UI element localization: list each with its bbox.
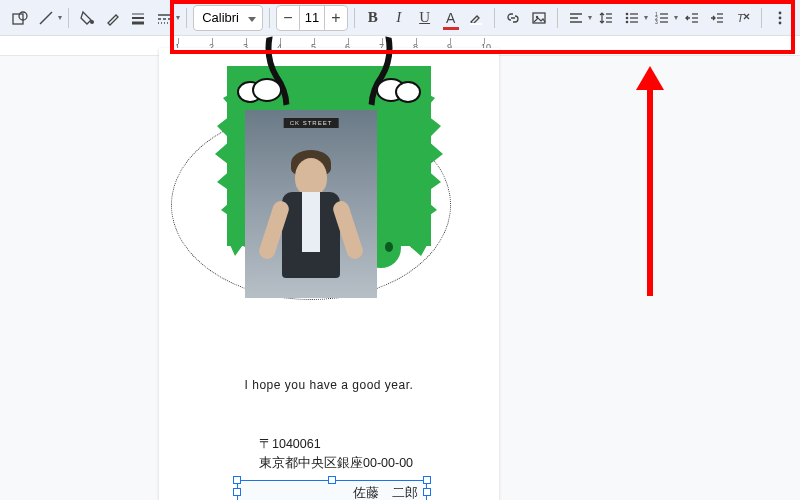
resize-handle[interactable]: [328, 476, 336, 484]
more-options-button[interactable]: [768, 4, 792, 32]
greeting-caption[interactable]: I hope you have a good year.: [159, 378, 499, 392]
line-spacing-button[interactable]: [594, 4, 618, 32]
numbered-list-button[interactable]: 123: [650, 4, 674, 32]
svg-point-21: [625, 20, 628, 23]
separator: [557, 8, 558, 28]
chevron-down-icon: ▾: [176, 13, 180, 22]
svg-text:3: 3: [655, 19, 658, 25]
document-page[interactable]: CK STREET I hope you have a good year. 〒…: [159, 48, 499, 500]
bulleted-list-button[interactable]: [620, 4, 644, 32]
chevron-down-icon: ▾: [674, 13, 678, 22]
font-size-value[interactable]: 11: [299, 6, 325, 30]
svg-point-20: [625, 16, 628, 19]
resize-handle[interactable]: [233, 488, 241, 496]
insert-link-button[interactable]: [501, 4, 525, 32]
document-canvas[interactable]: CK STREET I hope you have a good year. 〒…: [0, 56, 800, 500]
increase-font-button[interactable]: +: [325, 6, 347, 30]
svg-text:T: T: [737, 12, 745, 24]
svg-point-46: [396, 82, 420, 102]
svg-point-44: [253, 79, 281, 101]
svg-point-42: [779, 21, 782, 24]
clear-formatting-button[interactable]: T: [731, 4, 755, 32]
border-color-button[interactable]: [101, 4, 125, 32]
font-family-value: Calibri: [202, 10, 239, 25]
decrease-indent-button[interactable]: [680, 4, 704, 32]
separator: [494, 8, 495, 28]
chevron-down-icon: ▾: [58, 13, 62, 22]
italic-button[interactable]: I: [387, 4, 411, 32]
insert-shape-button[interactable]: [8, 4, 32, 32]
align-button[interactable]: [564, 4, 588, 32]
photo-placeholder[interactable]: CK STREET: [245, 110, 377, 298]
name-text[interactable]: 佐藤 二郎: [353, 484, 418, 500]
decrease-font-button[interactable]: −: [277, 6, 299, 30]
resize-handle[interactable]: [423, 476, 431, 484]
postal-code-text[interactable]: 〒1040061: [259, 435, 413, 454]
resize-handle[interactable]: [233, 476, 241, 484]
svg-point-40: [779, 11, 782, 14]
address-text[interactable]: 東京都中央区銀座00-00-00: [259, 454, 413, 473]
line-dash-button[interactable]: [152, 4, 176, 32]
bold-button[interactable]: B: [361, 4, 385, 32]
separator: [269, 8, 270, 28]
svg-point-3: [90, 20, 94, 24]
increase-indent-button[interactable]: [705, 4, 729, 32]
svg-point-41: [779, 16, 782, 19]
photo-sign-text: CK STREET: [284, 118, 339, 128]
separator: [354, 8, 355, 28]
insert-line-button[interactable]: [34, 4, 58, 32]
svg-point-19: [625, 12, 628, 15]
cloud-right-icon: [373, 74, 423, 104]
separator: [68, 8, 69, 28]
chevron-down-icon: ▾: [588, 13, 592, 22]
font-size-control: − 11 +: [276, 5, 348, 31]
formatting-toolbar: ▾ ▾ Calibri − 11 + B I U A ▾ ▾ 123 ▾ T: [0, 0, 800, 36]
svg-line-2: [40, 12, 52, 24]
insert-image-button[interactable]: [527, 4, 551, 32]
highlight-button[interactable]: [465, 4, 489, 32]
underline-button[interactable]: U: [413, 4, 437, 32]
font-color-button[interactable]: A: [439, 4, 463, 32]
svg-rect-10: [470, 23, 482, 25]
separator: [761, 8, 762, 28]
selected-textbox[interactable]: 佐藤 二郎: [237, 480, 427, 500]
cloud-left-icon: [235, 74, 285, 104]
address-block[interactable]: 〒1040061 東京都中央区銀座00-00-00: [259, 435, 413, 474]
line-weight-button[interactable]: [126, 4, 150, 32]
chevron-down-icon: ▾: [644, 13, 648, 22]
resize-handle[interactable]: [423, 488, 431, 496]
font-family-select[interactable]: Calibri: [193, 5, 263, 31]
separator: [186, 8, 187, 28]
fill-color-button[interactable]: [75, 4, 99, 32]
